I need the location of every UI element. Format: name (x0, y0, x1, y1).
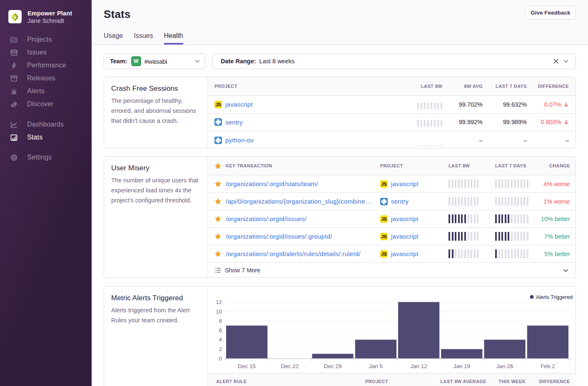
svg-text:Jan 5: Jan 5 (369, 363, 383, 369)
svg-text:Dec 29: Dec 29 (324, 363, 342, 369)
svg-text:Dec 15: Dec 15 (238, 363, 256, 369)
svg-text:Feb 2: Feb 2 (541, 363, 555, 369)
svg-text:6: 6 (219, 327, 222, 334)
svg-text:2: 2 (219, 346, 222, 352)
svg-text:0: 0 (219, 356, 222, 362)
svg-text:Alerts Triggered: Alerts Triggered (536, 294, 573, 300)
svg-text:10: 10 (216, 309, 222, 315)
svg-text:8: 8 (219, 318, 222, 324)
svg-text:Jan 26: Jan 26 (496, 363, 513, 369)
svg-text:Jan 12: Jan 12 (410, 363, 427, 369)
svg-text:4: 4 (219, 336, 222, 343)
svg-text:Dec 22: Dec 22 (281, 363, 299, 369)
svg-text:12: 12 (216, 299, 222, 305)
svg-text:Jan 19: Jan 19 (453, 363, 471, 369)
